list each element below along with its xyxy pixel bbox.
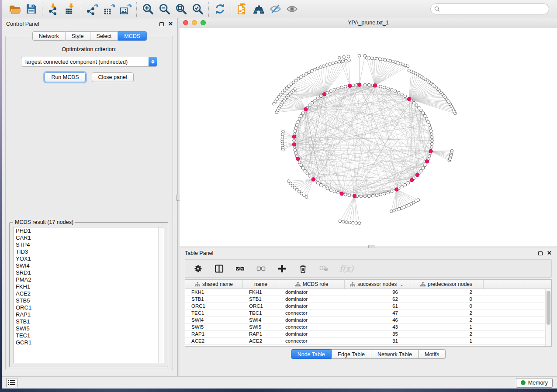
table-row[interactable]: STB1STB1dominator620: [185, 296, 545, 303]
selected-hub-node[interactable]: [348, 84, 352, 87]
network-canvas[interactable]: [180, 28, 557, 246]
network-node[interactable]: [333, 190, 336, 193]
delete-button[interactable]: [297, 263, 308, 274]
save-button[interactable]: [23, 2, 39, 17]
network-node[interactable]: [428, 155, 431, 158]
network-leaf-node[interactable]: [348, 59, 351, 62]
network-leaf-node[interactable]: [303, 194, 306, 197]
network-leaf-node[interactable]: [319, 66, 322, 69]
network-leaf-node[interactable]: [281, 133, 284, 136]
zoom-in-button[interactable]: [139, 2, 156, 17]
table-row[interactable]: ACE2ACE2connector311: [185, 338, 545, 345]
network-node[interactable]: [430, 133, 433, 136]
network-leaf-node[interactable]: [300, 76, 303, 79]
network-node[interactable]: [340, 86, 343, 89]
selected-hub-node[interactable]: [410, 178, 414, 182]
tab-style[interactable]: Style: [66, 31, 90, 41]
selected-hub-node[interactable]: [358, 83, 361, 86]
network-node[interactable]: [323, 185, 326, 188]
tab-motifs[interactable]: Motifs: [419, 349, 446, 359]
network-node[interactable]: [336, 191, 339, 194]
network-node[interactable]: [329, 90, 332, 93]
network-node[interactable]: [422, 112, 425, 115]
network-node[interactable]: [424, 114, 427, 117]
network-node[interactable]: [300, 164, 303, 167]
mcds-result-item[interactable]: PMA2: [14, 276, 164, 283]
table-scrollbar[interactable]: [545, 289, 551, 346]
mcds-result-item[interactable]: STP4: [14, 241, 164, 248]
network-leaf-node[interactable]: [365, 56, 368, 59]
network-leaf-node[interactable]: [313, 68, 316, 71]
network-node[interactable]: [428, 124, 431, 127]
network-node[interactable]: [401, 185, 404, 188]
network-node[interactable]: [333, 88, 336, 91]
selected-hub-node[interactable]: [415, 173, 419, 177]
network-node[interactable]: [329, 189, 332, 192]
network-node[interactable]: [387, 87, 390, 90]
table-row[interactable]: SWI5SWI5connector431: [185, 324, 545, 331]
mcds-result-scrollbar[interactable]: [158, 227, 164, 363]
close-panel-icon[interactable]: ✕: [547, 251, 552, 255]
zoom-selected-button[interactable]: [189, 2, 206, 17]
export-network-button[interactable]: [84, 2, 100, 17]
tab-network[interactable]: Network: [32, 31, 66, 41]
close-panel-button[interactable]: Close panel: [92, 72, 134, 82]
network-node[interactable]: [311, 101, 314, 104]
network-node[interactable]: [379, 193, 382, 196]
network-node[interactable]: [344, 85, 347, 88]
network-node[interactable]: [407, 181, 410, 184]
network-node[interactable]: [424, 164, 427, 167]
memory-button[interactable]: Memory: [516, 378, 553, 388]
select-all-button[interactable]: [234, 263, 246, 274]
mcds-result-item[interactable]: SWI4: [14, 262, 164, 269]
network-leaf-node[interactable]: [450, 149, 453, 152]
eye-button[interactable]: [284, 2, 300, 17]
tab-mcds[interactable]: MCDS: [118, 31, 147, 41]
network-node[interactable]: [401, 93, 404, 96]
network-node[interactable]: [420, 109, 423, 112]
network-leaf-node[interactable]: [348, 221, 351, 224]
network-window-titlebar[interactable]: YPA_prune.txt_1: [180, 18, 557, 28]
network-node[interactable]: [379, 85, 382, 88]
network-node[interactable]: [306, 172, 309, 175]
import-table-button[interactable]: [62, 2, 78, 17]
network-node[interactable]: [420, 169, 423, 172]
mcds-result-item[interactable]: FKH1: [14, 283, 164, 290]
table-row[interactable]: FKH1FKH1dominator962: [185, 289, 545, 296]
network-node[interactable]: [394, 90, 397, 93]
network-node[interactable]: [367, 83, 370, 86]
network-leaf-node[interactable]: [352, 221, 355, 224]
network-node[interactable]: [375, 194, 378, 197]
network-node[interactable]: [295, 124, 298, 127]
network-leaf-node[interactable]: [325, 64, 329, 67]
network-node[interactable]: [308, 175, 311, 178]
scrollbar-thumb[interactable]: [547, 291, 550, 325]
network-leaf-node[interactable]: [343, 55, 346, 58]
network-node[interactable]: [360, 195, 363, 198]
zoom-fit-button[interactable]: [173, 2, 189, 17]
network-leaf-node[interactable]: [338, 60, 341, 63]
network-leaf-node[interactable]: [339, 220, 342, 223]
network-node[interactable]: [314, 99, 317, 102]
tab-select[interactable]: Select: [90, 31, 118, 41]
import-network-button[interactable]: [45, 2, 62, 17]
network-leaf-node[interactable]: [308, 71, 311, 74]
network-leaf-node[interactable]: [332, 62, 335, 65]
column-header-MCDS-role[interactable]: MCDS role: [279, 280, 345, 289]
selected-hub-node[interactable]: [373, 84, 377, 87]
mcds-result-item[interactable]: SRD1: [14, 269, 164, 276]
network-node[interactable]: [425, 117, 428, 120]
network-leaf-node[interactable]: [281, 135, 284, 138]
network-leaf-node[interactable]: [305, 72, 308, 76]
add-button[interactable]: [276, 263, 287, 274]
export-image-button[interactable]: [117, 2, 134, 17]
refresh-button[interactable]: [211, 2, 228, 17]
run-mcds-button[interactable]: Run MCDS: [45, 72, 85, 82]
tab-network-table[interactable]: Network Table: [371, 349, 419, 359]
network-node[interactable]: [430, 145, 433, 148]
mcds-result-item[interactable]: STB5: [14, 297, 164, 304]
network-node[interactable]: [308, 104, 311, 107]
network-leaf-node[interactable]: [338, 56, 341, 59]
table-row[interactable]: TEC1TEC1connector472: [185, 310, 545, 317]
network-leaf-node[interactable]: [329, 63, 332, 66]
